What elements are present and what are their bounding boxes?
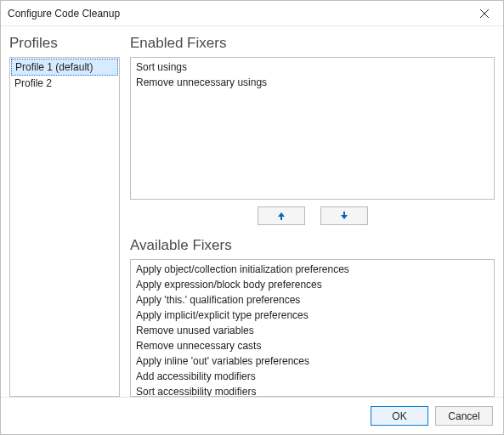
right-pane: Enabled Fixers Sort usingsRemove unneces… (130, 31, 495, 397)
available-fixer-item[interactable]: Remove unnecessary casts (131, 338, 494, 353)
enabled-fixer-item[interactable]: Remove unnecessary usings (131, 75, 494, 90)
move-down-button[interactable] (320, 206, 368, 225)
available-fixer-item[interactable]: Apply object/collection initialization p… (131, 262, 494, 277)
available-fixer-item[interactable]: Add accessibility modifiers (131, 369, 494, 384)
window-title: Configure Code Cleanup (8, 8, 466, 20)
arrow-up-icon (276, 211, 286, 221)
available-fixer-item[interactable]: Remove unused variables (131, 323, 494, 338)
move-up-button[interactable] (258, 206, 305, 225)
profiles-list[interactable]: Profile 1 (default)Profile 2 (9, 57, 120, 397)
dialog-body: Profiles Profile 1 (default)Profile 2 En… (1, 26, 503, 397)
profile-item[interactable]: Profile 2 (11, 76, 118, 91)
available-fixers-list[interactable]: Apply object/collection initialization p… (130, 259, 495, 397)
ok-button[interactable]: OK (371, 406, 428, 426)
available-fixer-item[interactable]: Apply expression/block body preferences (131, 277, 494, 292)
arrow-down-icon (339, 211, 349, 221)
enabled-fixer-item[interactable]: Sort usings (131, 59, 494, 75)
available-fixer-item[interactable]: Apply 'this.' qualification preferences (131, 292, 494, 308)
enabled-fixers-header: Enabled Fixers (130, 35, 495, 52)
dialog-window: Configure Code Cleanup Profiles Profile … (0, 0, 504, 435)
profile-item[interactable]: Profile 1 (default) (11, 59, 118, 76)
available-fixer-item[interactable]: Apply inline 'out' variables preferences (131, 353, 494, 369)
available-fixer-item[interactable]: Apply implicit/explicit type preferences (131, 308, 494, 323)
move-buttons-row (130, 200, 495, 234)
titlebar: Configure Code Cleanup (1, 1, 503, 26)
available-fixers-section: Available Fixers Apply object/collection… (130, 234, 495, 397)
cancel-button[interactable]: Cancel (435, 406, 493, 426)
profiles-pane: Profiles Profile 1 (default)Profile 2 (9, 31, 120, 397)
close-icon (480, 9, 489, 18)
available-fixers-header: Available Fixers (130, 237, 495, 254)
close-button[interactable] (466, 1, 503, 26)
profiles-header: Profiles (9, 35, 120, 52)
available-fixer-item[interactable]: Sort accessibility modifiers (131, 384, 494, 397)
dialog-footer: OK Cancel (1, 397, 503, 434)
enabled-fixers-list[interactable]: Sort usingsRemove unnecessary usings (130, 57, 495, 200)
